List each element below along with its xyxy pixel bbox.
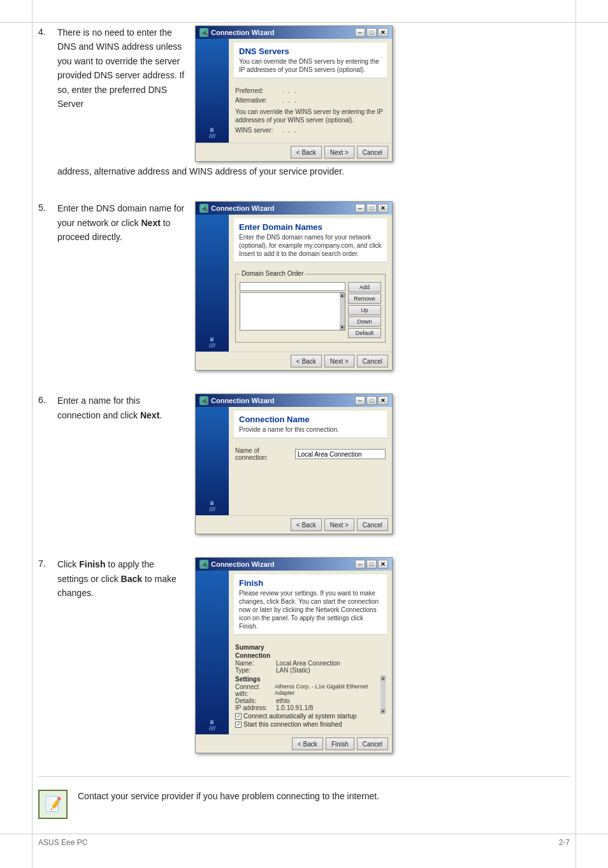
step-6-number: 6. — [38, 394, 57, 405]
titlebar-5-icon: 🔌 — [199, 204, 208, 213]
cb2-box[interactable]: ✓ — [235, 722, 242, 728]
dialog-7-titlebar: 🔌 Connection Wizard ─ □ ✕ — [196, 558, 392, 571]
step-5-number: 5. — [38, 201, 57, 213]
note-text: Contact your service provider if you hav… — [78, 790, 570, 803]
back-bold: Back — [121, 574, 142, 584]
step-5: 5. Enter the DNS domain name for your ne… — [38, 201, 570, 371]
dialog-6-content: Name of connection: — [234, 445, 387, 466]
min-btn-7[interactable]: ─ — [355, 560, 365, 569]
dialog-6-header-title: Connection Name — [239, 415, 382, 424]
step-6-text: Enter a name for this connection and cli… — [57, 394, 185, 422]
next-btn-6[interactable]: Next > — [324, 518, 354, 531]
cancel-btn-6[interactable]: Cancel — [357, 518, 388, 531]
wins-desc: You can override the WINS server by ente… — [235, 108, 386, 124]
connect-with-row: Connect with: Atheros Corp. - L1e Gigabi… — [235, 683, 386, 697]
type-row: Type: LAN (Static) — [235, 667, 386, 674]
connection-name-input[interactable] — [295, 449, 386, 459]
wins-field: WINS server: . . . — [235, 127, 386, 134]
cb1-row: ✓ Connect automatically at system startu… — [235, 713, 386, 720]
back-btn-7[interactable]: < Back — [292, 737, 323, 750]
domain-buttons: Add Remove Up Down Default — [348, 282, 381, 338]
details-row: Details: ethlo — [235, 697, 386, 704]
step-4-continuation: address, alternative address and WINS ad… — [57, 164, 570, 178]
scroll-down-7[interactable]: ▼ — [380, 709, 386, 714]
group-box-title: Domain Search Order — [240, 270, 305, 277]
preferred-dots: . . . — [282, 87, 298, 94]
dialog-5-header-title: Enter Domain Names — [239, 222, 382, 232]
margin-line-left — [32, 0, 33, 868]
maximize-btn[interactable]: □ — [366, 28, 377, 37]
titlebar-icon: 🔌 — [199, 28, 208, 37]
cancel-btn[interactable]: Cancel — [357, 146, 388, 159]
cancel-btn-5[interactable]: Cancel — [357, 355, 388, 367]
finish-btn[interactable]: Finish — [326, 737, 354, 750]
dialog-7-footer: < Back Finish Cancel — [196, 734, 392, 753]
domain-listbox: ▲ ▼ — [240, 292, 345, 331]
next-btn-5[interactable]: Next > — [324, 355, 354, 367]
dialog-header: DNS Servers You can override the DNS ser… — [234, 43, 387, 78]
scroll-track-7 — [380, 681, 386, 709]
wins-dots: . . . — [282, 127, 298, 134]
titlebar-7-icon: 🔌 — [199, 560, 208, 569]
step-7-number: 7. — [38, 557, 57, 569]
titlebar-7-buttons: ─ □ ✕ — [355, 560, 388, 569]
domain-input[interactable] — [240, 282, 345, 291]
min-btn-5[interactable]: ─ — [355, 204, 365, 213]
connection-name-field: Name of connection: — [235, 447, 386, 461]
alternative-field: Alternative: . . . — [235, 97, 386, 104]
step-7: 7. Click Finish to apply the settings or… — [38, 557, 570, 753]
finish-dialog: 🔌 Connection Wizard ─ □ ✕ — [195, 557, 393, 753]
max-btn-5[interactable]: □ — [366, 204, 377, 213]
summary-scrollbar[interactable]: ▲ ▼ — [380, 676, 386, 714]
remove-btn[interactable]: Remove — [348, 294, 381, 304]
max-btn-6[interactable]: □ — [366, 396, 377, 405]
dialog-7-header-title: Finish — [239, 578, 382, 588]
step-5-dialog: 🔌 Connection Wizard ─ □ ✕ — [195, 201, 393, 371]
step-5-text: Enter the DNS domain name for your netwo… — [57, 201, 185, 244]
step-6: 6. Enter a name for this connection and … — [38, 394, 570, 534]
close-btn-7[interactable]: ✕ — [378, 560, 388, 569]
titlebar-6-icon: 🔌 — [199, 396, 208, 405]
next-btn[interactable]: Next > — [324, 146, 354, 159]
scroll-down[interactable]: ▼ — [340, 325, 345, 330]
finish-bold: Finish — [79, 559, 105, 569]
note-box: 📝 Contact your service provider if you h… — [38, 776, 570, 832]
minimize-btn[interactable]: ─ — [355, 28, 365, 37]
connection-section-label: Connection — [235, 652, 386, 659]
cancel-btn-7[interactable]: Cancel — [357, 737, 388, 750]
add-btn[interactable]: Add — [348, 282, 381, 292]
back-btn-6[interactable]: < Back — [291, 518, 322, 531]
scroll-up[interactable]: ▲ — [340, 293, 345, 298]
dialog-5-header: Enter Domain Names Enter the DNS domain … — [234, 218, 387, 262]
titlebar-buttons: ─ □ ✕ — [355, 28, 388, 37]
min-btn-6[interactable]: ─ — [355, 396, 365, 405]
default-btn[interactable]: Default — [348, 328, 381, 338]
scroll-up-7[interactable]: ▲ — [380, 676, 386, 681]
close-btn-5[interactable]: ✕ — [378, 204, 388, 213]
titlebar-6-title: 🔌 Connection Wizard — [199, 396, 275, 405]
back-btn-5[interactable]: < Back — [291, 355, 322, 367]
cb1-box[interactable]: ✓ — [235, 713, 242, 720]
up-btn[interactable]: Up — [348, 305, 381, 315]
step-7-dialog: 🔌 Connection Wizard ─ □ ✕ — [195, 557, 393, 753]
next-bold: Next — [141, 218, 160, 228]
dialog-6-titlebar: 🔌 Connection Wizard ─ □ ✕ — [196, 394, 392, 407]
dns-servers-dialog: 🔌 Connection Wizard ─ □ ✕ — [195, 25, 393, 162]
max-btn-7[interactable]: □ — [366, 560, 377, 569]
listbox-scrollbar[interactable]: ▲ ▼ — [340, 293, 345, 330]
preferred-field: Preferred: . . . — [235, 87, 386, 94]
dialog-5-footer: < Back Next > Cancel — [196, 352, 392, 370]
dialog-6-header: Connection Name Provide a name for this … — [234, 411, 387, 438]
dialog-content: Preferred: . . . Alternative: . . . You … — [234, 85, 387, 139]
step-4-text: There is no need to enter the DNS and WI… — [57, 25, 185, 111]
dialog-5-header-desc: Enter the DNS domain names for your netw… — [239, 233, 382, 258]
down-btn[interactable]: Down — [348, 317, 381, 327]
next-bold-6: Next — [140, 410, 159, 420]
close-btn-6[interactable]: ✕ — [378, 396, 388, 405]
dialog-header-desc: You can override the DNS servers by ente… — [239, 57, 382, 74]
close-btn[interactable]: ✕ — [378, 28, 388, 37]
summary-label: Summary — [235, 644, 386, 651]
connection-name-dialog: 🔌 Connection Wizard ─ □ ✕ — [195, 394, 393, 534]
note-icon: 📝 — [38, 790, 68, 819]
back-btn[interactable]: < Back — [291, 146, 322, 159]
